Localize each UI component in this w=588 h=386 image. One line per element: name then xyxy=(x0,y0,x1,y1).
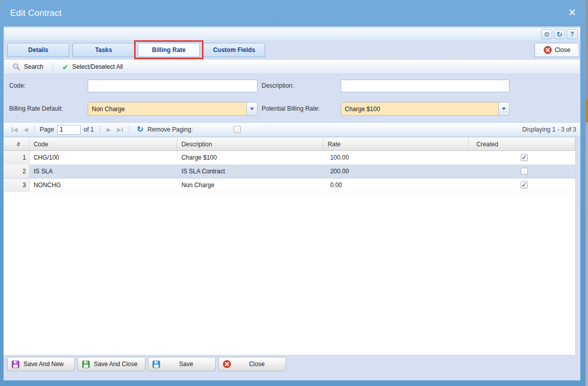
remove-paging-checkbox[interactable] xyxy=(234,126,241,133)
column-header-created[interactable]: Created xyxy=(469,138,575,150)
potential-billing-rate-label: Potential Billing Rate: xyxy=(262,102,320,115)
settings-button[interactable]: ⚙ xyxy=(541,29,552,39)
window-title: Edit Contract xyxy=(10,8,62,18)
search-toolbar: Search ✔ Select/Deselect All xyxy=(4,59,580,74)
column-header-rate[interactable]: Rate xyxy=(323,138,469,150)
billing-rate-default-label: Billing Rate Default: xyxy=(9,102,63,115)
window-close-icon[interactable]: ✕ xyxy=(568,7,576,18)
created-checkbox[interactable] xyxy=(521,182,528,189)
created-cell xyxy=(469,151,575,164)
description-cell: IS SLA Contract xyxy=(177,165,324,178)
select-deselect-all-button[interactable]: ✔ Select/Deselect All xyxy=(60,62,125,72)
description-label: Description: xyxy=(262,80,294,92)
refresh-button[interactable]: ↻ xyxy=(554,29,565,39)
save-icon xyxy=(152,361,160,368)
remove-paging-label: Remove Paging: xyxy=(147,126,193,133)
created-checkbox[interactable] xyxy=(521,168,528,175)
button-label: Save And Close xyxy=(94,361,145,368)
description-input[interactable] xyxy=(341,80,509,92)
close-red-icon xyxy=(223,360,231,368)
save-and-close-button[interactable]: Save And Close xyxy=(78,357,145,371)
row-number-cell: 2 xyxy=(4,165,30,178)
last-page-button[interactable]: ▶ xyxy=(114,126,125,133)
gear-icon: ⚙ xyxy=(544,31,550,38)
created-cell xyxy=(469,178,575,192)
tab-label: Billing Rate xyxy=(152,46,186,54)
first-page-button[interactable]: ◀ xyxy=(9,126,20,133)
next-page-button[interactable]: ▶ xyxy=(104,126,114,133)
panel-toolbar: ⚙ ↻ ? xyxy=(4,28,580,41)
code-cell: IS SLA xyxy=(30,165,177,178)
button-label: Save xyxy=(164,361,215,368)
page-label: Page xyxy=(38,126,54,133)
tab-details[interactable]: Details xyxy=(7,43,69,57)
column-header-description[interactable]: Description xyxy=(177,138,324,150)
table-row[interactable]: 3 NONCHG Non Charge 0.00 xyxy=(4,178,575,192)
row-number-cell: 3 xyxy=(4,178,30,192)
search-icon xyxy=(12,63,20,71)
paging-toolbar: ◀ ◀ Page of 1 ▶ ▶ ↻ Remove Paging: Displ… xyxy=(4,122,580,137)
column-header-number[interactable]: # xyxy=(4,138,30,150)
help-icon: ? xyxy=(570,31,574,38)
description-cell: Charge $100 xyxy=(177,151,324,164)
rate-cell: 200.00 xyxy=(323,165,469,178)
edit-contract-window: Edit Contract ✕ ⚙ ↻ ? Details Tasks B xyxy=(0,0,585,386)
combo-dropdown-button[interactable] xyxy=(246,102,257,115)
tab-billing-rate[interactable]: Billing Rate xyxy=(138,43,200,57)
tab-tasks[interactable]: Tasks xyxy=(72,43,135,57)
row-number-cell: 1 xyxy=(4,151,30,164)
table-header-row: # Code Description Rate Created xyxy=(4,138,575,151)
refresh-grid-icon[interactable]: ↻ xyxy=(133,125,147,134)
column-header-code[interactable]: Code xyxy=(30,138,177,150)
tab-label: Custom Fields xyxy=(213,46,255,54)
chevron-down-icon xyxy=(502,108,506,110)
toolbar-separator xyxy=(100,125,100,134)
potential-billing-rate-value: Charge $100 xyxy=(341,106,498,113)
save-icon xyxy=(12,361,19,368)
toolbar-separator xyxy=(129,125,130,134)
button-label: Close xyxy=(235,361,286,368)
save-icon xyxy=(82,361,90,368)
page-of-label: of 1 xyxy=(84,126,94,133)
footer-button-bar: Save And New Save And Close Save xyxy=(4,356,580,380)
tab-custom-fields[interactable]: Custom Fields xyxy=(203,43,265,57)
previous-page-button[interactable]: ◀ xyxy=(20,126,31,133)
tab-label: Details xyxy=(28,46,48,54)
code-cell: CHG/100 xyxy=(30,151,177,164)
description-cell: Non Charge xyxy=(177,178,324,192)
table-row[interactable]: 2 IS SLA IS SLA Contract 200.00 xyxy=(4,165,575,178)
created-cell xyxy=(469,165,575,178)
search-button[interactable]: Search xyxy=(10,62,45,72)
billing-rate-default-value: Non Charge xyxy=(88,106,246,113)
displaying-status: Displaying 1 - 3 of 3 xyxy=(522,126,576,133)
save-button[interactable]: Save xyxy=(148,357,216,371)
rate-cell: 0.00 xyxy=(323,178,469,192)
code-input[interactable] xyxy=(88,80,258,92)
help-button[interactable]: ? xyxy=(567,29,578,39)
potential-billing-rate-combo[interactable]: Charge $100 xyxy=(341,102,509,116)
tab-label: Tasks xyxy=(95,46,112,54)
close-red-icon xyxy=(544,46,552,54)
code-cell: NONCHG xyxy=(30,178,177,192)
last-page-icon xyxy=(122,127,123,132)
billing-rate-table: # Code Description Rate Created 1 CHG/10… xyxy=(4,138,576,355)
chevron-down-icon xyxy=(250,108,254,110)
code-label: Code: xyxy=(9,80,25,92)
search-label: Search xyxy=(24,63,43,70)
first-page-icon xyxy=(12,127,13,132)
tab-strip: Details Tasks Billing Rate Custom Fields… xyxy=(4,42,580,59)
close-panel-button[interactable]: Close xyxy=(534,43,579,57)
page-number-input[interactable] xyxy=(57,125,81,135)
toolbar-separator xyxy=(53,63,53,71)
save-and-new-button[interactable]: Save And New xyxy=(7,357,75,371)
button-label: Save And New xyxy=(23,361,74,368)
table-row[interactable]: 1 CHG/100 Charge $100 100.00 xyxy=(4,151,575,165)
rate-cell: 100.00 xyxy=(323,151,469,164)
close-button[interactable]: Close xyxy=(218,357,286,371)
combo-dropdown-button[interactable] xyxy=(498,102,509,115)
select-deselect-all-label: Select/Deselect All xyxy=(72,63,123,70)
created-checkbox[interactable] xyxy=(521,154,528,161)
refresh-icon: ↻ xyxy=(556,31,563,38)
check-icon: ✔ xyxy=(62,63,69,71)
billing-rate-default-combo[interactable]: Non Charge xyxy=(88,102,258,116)
